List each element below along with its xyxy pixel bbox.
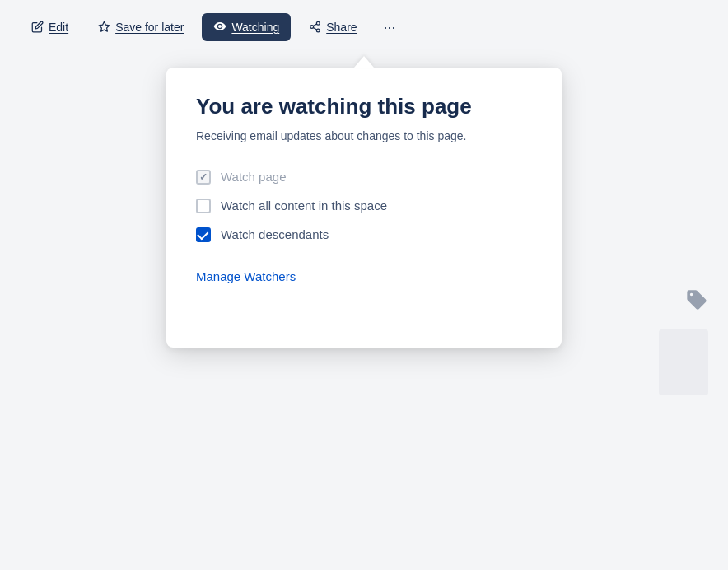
more-icon: ··· [384, 19, 396, 35]
watch-page-checkbox[interactable] [196, 170, 211, 185]
star-icon [98, 21, 110, 35]
checkbox-list: Watch page Watch all content in this spa… [196, 168, 532, 243]
watching-dropdown: You are watching this page Receiving ema… [166, 56, 562, 348]
watch-space-item[interactable]: Watch all content in this space [196, 197, 532, 214]
edit-button[interactable]: Edit [20, 14, 80, 41]
dropdown-subtitle: Receiving email updates about changes to… [196, 128, 532, 145]
save-label: Save for later [115, 21, 184, 34]
watch-space-checkbox[interactable] [196, 199, 211, 213]
watch-descendants-checkbox[interactable] [196, 227, 211, 242]
watch-space-label: Watch all content in this space [221, 197, 387, 214]
dropdown-caret [354, 56, 374, 68]
watch-page-label: Watch page [221, 168, 287, 185]
more-button[interactable]: ··· [376, 13, 404, 41]
tag-icon [685, 288, 708, 311]
watch-descendants-label: Watch descendants [221, 226, 329, 243]
svg-line-5 [314, 24, 317, 26]
svg-line-4 [314, 27, 317, 29]
toolbar: Edit Save for later Watching [0, 0, 728, 54]
save-for-later-button[interactable]: Save for later [86, 14, 195, 41]
dropdown-panel: You are watching this page Receiving ema… [166, 68, 562, 348]
svg-marker-0 [99, 21, 110, 31]
watch-descendants-item[interactable]: Watch descendants [196, 226, 532, 243]
watch-page-item[interactable]: Watch page [196, 168, 532, 185]
edit-label: Edit [49, 21, 68, 34]
edit-icon [31, 21, 44, 35]
gray-background-box [659, 329, 708, 395]
dropdown-title: You are watching this page [196, 94, 532, 119]
share-icon [309, 21, 321, 35]
watching-label: Watching [231, 21, 279, 34]
share-label: Share [326, 21, 357, 34]
watching-button[interactable]: Watching [202, 13, 291, 41]
share-button[interactable]: Share [297, 14, 368, 41]
manage-watchers-link[interactable]: Manage Watchers [196, 269, 296, 283]
eye-icon [213, 20, 226, 35]
